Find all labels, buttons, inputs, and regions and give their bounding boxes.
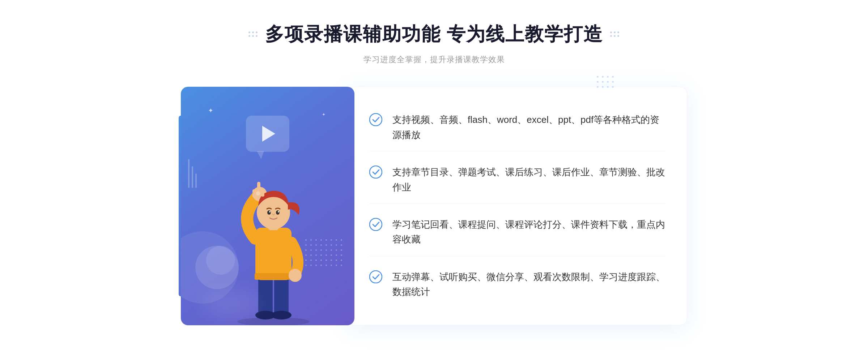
check-icon-1 <box>369 113 382 126</box>
header-title-row: 多项录播课辅助功能 专为线上教学打造 <box>248 22 620 47</box>
svg-point-21 <box>370 166 382 178</box>
svg-rect-1 <box>258 275 273 314</box>
svg-point-12 <box>276 210 280 215</box>
feature-text-3: 学习笔记回看、课程提问、课程评论打分、课件资料下载，重点内容收藏 <box>392 217 665 247</box>
svg-point-23 <box>370 271 382 283</box>
svg-rect-18 <box>257 182 260 192</box>
svg-point-4 <box>271 311 292 319</box>
page-title: 多项录播课辅助功能 专为线上教学打造 <box>265 22 603 47</box>
illustration-card: ✦ ✦ <box>181 87 354 325</box>
check-icon-4 <box>369 270 382 283</box>
header-dots-left <box>248 31 258 37</box>
illus-stripes <box>188 159 197 188</box>
svg-point-13 <box>269 211 271 213</box>
svg-point-19 <box>256 191 260 196</box>
feature-item-4: 互动弹幕、试听购买、微信分享、观看次数限制、学习进度跟踪、数据统计 <box>369 261 665 308</box>
outer-dots-top <box>597 76 615 89</box>
page-subtitle: 学习进度全掌握，提升录播课教学效果 <box>363 54 505 65</box>
feature-text-2: 支持章节目录、弹题考试、课后练习、课后作业、章节测验、批改作业 <box>392 165 665 195</box>
feature-text-4: 互动弹幕、试听购买、微信分享、观看次数限制、学习进度跟踪、数据统计 <box>392 270 665 300</box>
play-icon <box>262 126 275 142</box>
light-glow <box>203 289 260 318</box>
svg-point-11 <box>267 210 271 215</box>
svg-rect-16 <box>261 189 264 197</box>
svg-point-22 <box>370 218 382 231</box>
svg-point-8 <box>289 269 302 282</box>
main-content: » <box>181 87 687 325</box>
header-section: 多项录播课辅助功能 专为线上教学打造 学习进度全掌握，提升录播课教学效果 <box>0 22 868 65</box>
spark-icon-1: ✦ <box>208 107 213 115</box>
svg-rect-6 <box>255 273 292 280</box>
feature-item-3: 学习笔记回看、课程提问、课程评论打分、课件资料下载，重点内容收藏 <box>369 209 665 256</box>
svg-rect-5 <box>255 228 292 280</box>
features-card: 支持视频、音频、flash、word、excel、ppt、pdf等各种格式的资源… <box>347 87 687 325</box>
spark-icon-2: ✦ <box>322 112 326 117</box>
play-bubble <box>246 116 289 152</box>
svg-point-20 <box>370 113 382 126</box>
feature-item-2: 支持章节目录、弹题考试、课后练习、课后作业、章节测验、批改作业 <box>369 156 665 204</box>
check-icon-3 <box>369 218 382 231</box>
svg-rect-17 <box>252 189 256 197</box>
page-container: 多项录播课辅助功能 专为线上教学打造 学习进度全掌握，提升录播课教学效果 » <box>0 0 868 352</box>
svg-rect-2 <box>274 275 289 314</box>
svg-point-0 <box>237 317 310 325</box>
feature-item-1: 支持视频、音频、flash、word、excel、ppt、pdf等各种格式的资源… <box>369 104 665 151</box>
header-dots-right <box>610 31 620 37</box>
svg-point-14 <box>278 211 279 213</box>
check-icon-2 <box>369 166 382 179</box>
feature-text-1: 支持视频、音频、flash、word、excel、ppt、pdf等各种格式的资源… <box>392 112 665 142</box>
